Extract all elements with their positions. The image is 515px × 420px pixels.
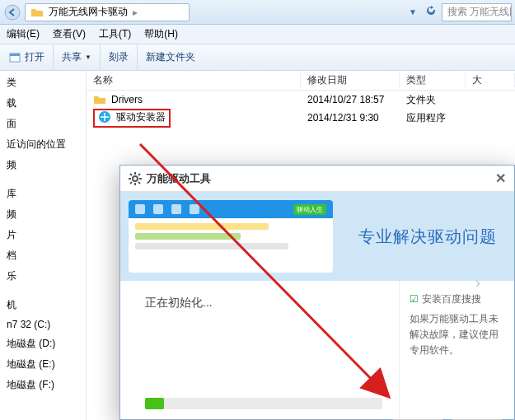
driver-tool-dialog: 万能驱动工具 ✕ 驱动人生 专业解决驱动问题 ›	[119, 165, 515, 420]
nav-item[interactable]: 频	[0, 155, 86, 175]
svg-point-0	[5, 5, 20, 20]
open-button[interactable]: 打开	[0, 44, 54, 70]
col-type[interactable]: 类型	[400, 73, 466, 87]
navigation-pane: 类 载 面 近访问的位置 频 库 频 片 档 乐 机 n7 32 (C:) 地磁…	[0, 71, 87, 420]
share-button[interactable]: 共享▼	[54, 44, 101, 70]
burn-button[interactable]: 刻录	[101, 44, 138, 70]
back-button[interactable]	[3, 3, 21, 21]
nav-item[interactable]: 库	[0, 184, 86, 204]
nav-item[interactable]: 片	[0, 225, 86, 245]
dialog-title: 万能驱动工具	[147, 171, 211, 186]
file-name: 驱动安装器	[116, 110, 166, 124]
status-text: 正在初始化...	[145, 296, 382, 310]
dropdown-icon[interactable]: ▼	[409, 7, 417, 16]
col-size[interactable]: 大	[466, 73, 515, 87]
refresh-icon[interactable]	[425, 5, 437, 20]
menu-edit[interactable]: 编辑(E)	[0, 27, 46, 41]
menu-bar: 编辑(E) 查看(V) 工具(T) 帮助(H)	[0, 25, 515, 44]
nav-item[interactable]: n7 32 (C:)	[0, 315, 86, 334]
banner-illustration: 驱动人生	[129, 200, 333, 273]
nav-item[interactable]: 档	[0, 245, 86, 266]
breadcrumb[interactable]: 万能无线网卡驱动 ▸	[25, 3, 190, 21]
nav-item[interactable]: 乐	[0, 266, 86, 287]
check-icon: ☑	[410, 293, 419, 305]
close-icon[interactable]: ✕	[495, 170, 506, 186]
column-headers: 名称 修改日期 类型 大	[87, 71, 515, 91]
tip-body: 如果万能驱动工具未解决故障，建议使用专用软件。	[410, 311, 504, 359]
dialog-sidebar: ☑安装百度搜搜 如果万能驱动工具未解决故障，建议使用专用软件。	[399, 281, 514, 419]
banner-slogan: 专业解决驱动问题	[358, 226, 497, 248]
command-bar: 打开 共享▼ 刻录 新建文件夹	[0, 44, 515, 71]
menu-tools[interactable]: 工具(T)	[92, 27, 138, 41]
banner-badge: 驱动人生	[293, 204, 326, 215]
gear-icon	[129, 172, 142, 185]
nav-item[interactable]: 地磁盘 (E:)	[0, 354, 86, 375]
svg-line-11	[138, 174, 140, 175]
nav-item[interactable]: 地磁盘 (D:)	[0, 334, 86, 354]
col-date[interactable]: 修改日期	[301, 73, 400, 87]
dialog-titlebar[interactable]: 万能驱动工具 ✕	[120, 166, 514, 192]
folder-icon	[93, 93, 106, 106]
progress-bar	[145, 398, 382, 409]
svg-line-10	[138, 182, 140, 184]
search-input[interactable]: 搜索 万能无线网	[442, 3, 512, 21]
col-name[interactable]: 名称	[87, 73, 301, 87]
nav-item[interactable]: 面	[0, 114, 86, 134]
file-type: 应用程序	[400, 111, 466, 125]
highlight-box: 驱动安装器	[93, 109, 171, 128]
breadcrumb-folder: 万能无线网卡驱动	[49, 5, 128, 19]
nav-item[interactable]: 频	[0, 204, 86, 225]
nav-item[interactable]: 近访问的位置	[0, 134, 86, 155]
progress-fill	[145, 398, 164, 409]
nav-item[interactable]: 地磁盘 (F:)	[0, 375, 86, 395]
new-folder-button[interactable]: 新建文件夹	[138, 44, 204, 70]
file-date: 2014/10/27 18:57	[301, 94, 400, 105]
file-date: 2014/12/31 9:30	[301, 112, 400, 124]
app-icon	[98, 110, 111, 124]
dialog-banner: 驱动人生 专业解决驱动问题 ›	[120, 192, 514, 281]
address-bar: 万能无线网卡驱动 ▸ ▼ 搜索 万能无线网	[0, 0, 515, 25]
chevron-right-icon: ▸	[133, 7, 138, 18]
svg-rect-2	[10, 54, 20, 56]
chevron-right-icon: ›	[475, 274, 481, 292]
file-name: Drivers	[111, 94, 143, 105]
svg-point-4	[133, 176, 138, 181]
nav-item[interactable]: 类	[0, 72, 86, 93]
search-placeholder: 搜索 万能无线网	[447, 5, 512, 19]
open-icon	[8, 51, 21, 64]
nav-item[interactable]: 载	[0, 93, 86, 114]
svg-line-12	[130, 182, 132, 184]
svg-line-9	[130, 174, 132, 175]
tip-title: 安装百度搜搜	[422, 293, 481, 305]
folder-icon	[30, 6, 44, 19]
nav-item[interactable]: 机	[0, 295, 86, 315]
file-row[interactable]: Drivers 2014/10/27 18:57 文件夹	[87, 91, 515, 109]
menu-view[interactable]: 查看(V)	[46, 27, 92, 41]
chevron-down-icon: ▼	[85, 54, 91, 61]
file-row[interactable]: 驱动安装器 2014/12/31 9:30 应用程序	[87, 109, 515, 127]
menu-help[interactable]: 帮助(H)	[138, 27, 185, 41]
file-type: 文件夹	[400, 93, 466, 107]
